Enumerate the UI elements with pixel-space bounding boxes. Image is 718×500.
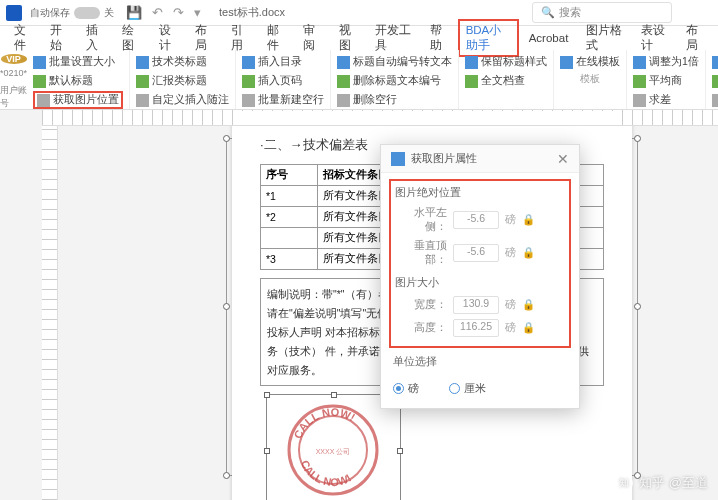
ribbon-btn-g3-1[interactable]: 插入页码 [242,72,324,90]
vertical-ruler[interactable] [42,126,58,500]
ribbon-btn-g2-0[interactable]: 技术类标题 [136,53,229,71]
ribbon-btn-g1-0[interactable]: 批量设置大小 [33,53,123,71]
save-icon[interactable]: 💾 [126,5,142,20]
radio-label: 厘米 [464,381,486,396]
unit-radio[interactable]: 磅 [393,381,419,396]
unit-radio[interactable]: 厘米 [449,381,486,396]
group-label: 模板 [560,73,620,86]
resize-handle[interactable] [223,135,230,142]
autosave-label: 自动保存 [30,6,70,20]
unit-radios: 磅厘米 [393,375,567,398]
size-rows: 宽度：130.9磅🔒高度：116.25磅🔒 [395,296,565,337]
resize-handle[interactable] [634,135,641,142]
property-row: 宽度：130.9磅🔒 [395,296,565,314]
prop-unit: 磅 [505,246,516,260]
lock-icon[interactable]: 🔒 [522,298,536,312]
lock-icon[interactable]: 🔒 [522,246,536,260]
user-code: *0210* [0,68,27,78]
quick-access-toolbar: 💾 ↶ ↷ ▾ [126,5,201,20]
user-panel: VIP *0210* 用户账号 [0,50,27,109]
ribbon-btn-g3-0[interactable]: 插入目录 [242,53,324,71]
prop-value-input[interactable]: -5.6 [453,211,499,229]
resize-handle[interactable] [331,392,337,398]
autosave-state: 关 [104,6,114,20]
ribbon-btn-g7-1[interactable]: 平均商 [633,72,699,90]
toggle-icon [74,7,100,19]
user-label: 用户账号 [0,84,27,110]
ribbon-icon [136,56,149,69]
prop-value-input[interactable]: 116.25 [453,319,499,337]
horizontal-ruler[interactable] [42,110,718,126]
ribbon-btn-g5-1[interactable]: 全文档查 [465,72,547,90]
image-properties-dialog: 获取图片属性 ✕ 图片绝对位置 水平左侧：-5.6磅🔒垂直顶部：-5.6磅🔒 图… [380,144,580,409]
table-cell[interactable] [261,228,318,249]
resize-handle[interactable] [397,448,403,454]
ribbon-btn-g7-0[interactable]: 调整为1倍 [633,53,699,71]
radio-label: 磅 [408,381,419,396]
ribbon-btn-g6-0[interactable]: 在线模板 [560,53,620,71]
prop-key: 垂直顶部： [395,239,447,267]
autosave-toggle[interactable]: 自动保存 关 [30,6,114,20]
ribbon: VIP *0210* 用户账号 批量设置大小默认标题获取图片位置图片处理技术类标… [0,50,718,110]
ribbon-btn-g2-2[interactable]: 自定义插入随注 [136,91,229,109]
lock-icon[interactable]: 🔒 [522,213,536,227]
ribbon-icon [633,75,646,88]
ribbon-groups: 批量设置大小默认标题获取图片位置图片处理技术类标题汇报类标题自定义插入随注插入目… [27,50,718,109]
stamp-image[interactable]: CALL NOW! CALL NOW! XXXX 公司 [278,400,388,500]
resize-handle[interactable] [264,392,270,398]
ribbon-icon [633,56,646,69]
ribbon-btn-g8-0[interactable]: 中文引号转 [712,53,718,71]
size-section-label: 图片大小 [395,275,565,290]
ribbon-btn-g7-2[interactable]: 求差 [633,91,699,109]
redo-icon[interactable]: ↷ [173,5,184,20]
search-icon: 🔍 [541,6,555,19]
ribbon-btn-g2-1[interactable]: 汇报类标题 [136,72,229,90]
ribbon-btn-g5-0[interactable]: 保留标题样式 [465,53,547,71]
document-name: test标书.docx [219,5,285,20]
ribbon-btn-g4-2[interactable]: 删除空行 [337,91,452,109]
ribbon-icon [465,56,478,69]
ribbon-icon [37,94,50,107]
table-cell[interactable]: *1 [261,186,318,207]
ribbon-icon [560,56,573,69]
ribbon-icon [136,75,149,88]
ribbon-btn-g4-0[interactable]: 标题自动编号转文本 [337,53,452,71]
ribbon-icon [633,94,646,107]
ribbon-btn-g3-2[interactable]: 批量新建空行 [242,91,324,109]
ribbon-btn-g1-2[interactable]: 获取图片位置 [33,91,123,109]
vip-badge-icon: VIP [1,54,27,64]
close-icon[interactable]: ✕ [557,151,569,167]
search-placeholder: 搜索 [559,5,581,20]
dialog-icon [391,152,405,166]
resize-handle[interactable] [223,472,230,479]
resize-handle[interactable] [264,448,270,454]
table-cell[interactable]: *3 [261,249,318,270]
undo-icon[interactable]: ↶ [152,5,163,20]
ribbon-btn-g1-1[interactable]: 默认标题 [33,72,123,90]
dialog-header[interactable]: 获取图片属性 ✕ [381,145,579,173]
resize-handle[interactable] [223,303,230,310]
property-row: 高度：116.25磅🔒 [395,319,565,337]
position-section-label: 图片绝对位置 [395,185,565,200]
radio-icon [393,383,404,394]
ribbon-icon [712,94,718,107]
table-cell[interactable]: *2 [261,207,318,228]
ribbon-icon [465,75,478,88]
prop-value-input[interactable]: 130.9 [453,296,499,314]
tab-13[interactable]: Acrobat [521,28,577,48]
svg-text:CALL NOW!: CALL NOW! [291,406,357,440]
prop-value-input[interactable]: -5.6 [453,244,499,262]
unit-section-label: 单位选择 [393,354,567,369]
lock-icon[interactable]: 🔒 [522,321,536,335]
ribbon-btn-g4-1[interactable]: 删除标题文本编号 [337,72,452,90]
ribbon-btn-g8-2[interactable]: 替换Excel换行符 [712,91,718,109]
watermark-text: 知乎 @至道 [639,474,708,492]
dialog-body: 图片绝对位置 水平左侧：-5.6磅🔒垂直顶部：-5.6磅🔒 图片大小 宽度：13… [381,173,579,408]
prop-unit: 磅 [505,213,516,227]
resize-handle[interactable] [634,303,641,310]
property-row: 水平左侧：-5.6磅🔒 [395,206,565,234]
pos-rows: 水平左侧：-5.6磅🔒垂直顶部：-5.6磅🔒 [395,206,565,267]
ribbon-icon [712,56,718,69]
qat-dropdown-icon[interactable]: ▾ [194,5,201,20]
ribbon-btn-g8-1[interactable]: 中文名字对齐 [712,72,718,90]
